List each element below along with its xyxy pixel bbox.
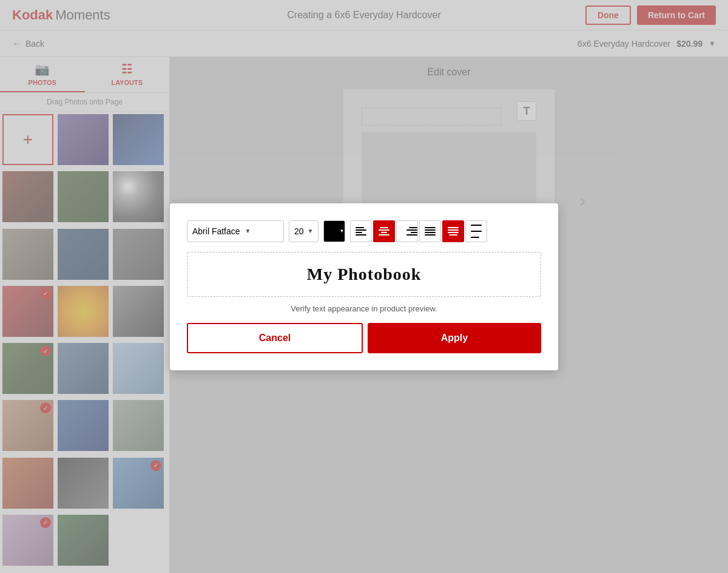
align-full-justify-button[interactable] [442,220,464,242]
modal-buttons: Cancel Apply [187,323,541,353]
font-selector[interactable]: Abril Fatface ▼ [187,220,284,242]
font-name-label: Abril Fatface [192,226,240,236]
align-center-icon [379,227,389,236]
align-center-button[interactable] [373,220,395,242]
color-dropdown-icon: ▼ [340,228,345,234]
align-full-justify-icon [448,227,459,236]
modal-overlay: Abril Fatface ▼ 20 ▼ ▼ [0,0,728,573]
font-size-selector[interactable]: 20 ▼ [289,220,318,242]
font-dropdown-icon: ▼ [245,228,251,234]
verify-text: Verify text appearance in product previe… [187,304,541,313]
text-editor-modal: Abril Fatface ▼ 20 ▼ ▼ [170,203,558,370]
align-left-icon [356,227,366,236]
cancel-button[interactable]: Cancel [187,323,363,353]
alignment-group [350,220,487,242]
color-picker-button[interactable]: ▼ [323,220,345,242]
size-dropdown-icon: ▼ [308,228,314,234]
text-input-area[interactable]: My Photobook [187,252,541,297]
align-right-button[interactable] [396,220,418,242]
apply-button[interactable]: Apply [368,323,541,353]
align-justify-button[interactable] [419,220,441,242]
font-size-label: 20 [294,226,304,236]
color-swatch [325,225,339,238]
align-right-icon [406,227,417,236]
text-input-content: My Photobook [307,265,422,284]
align-justify-icon [425,227,436,236]
align-loose-icon [471,225,482,238]
modal-toolbar: Abril Fatface ▼ 20 ▼ ▼ [187,220,541,242]
align-left-button[interactable] [350,220,372,242]
align-loose-button[interactable] [465,220,487,242]
